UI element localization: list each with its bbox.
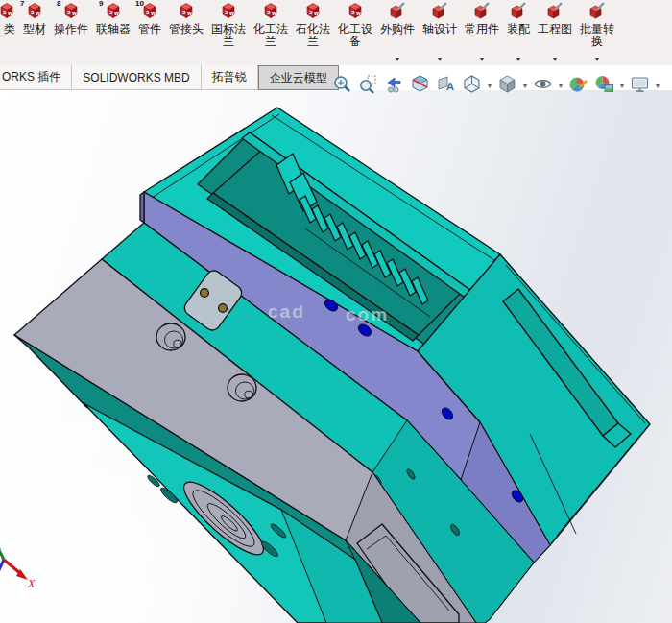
toolbar-button-chemical-flange[interactable]: S W化工法兰 [251, 0, 291, 65]
apply-scene-icon [594, 74, 614, 98]
toolbar-button-common-parts[interactable]: 常用件▼ [462, 0, 502, 65]
sw-cube-pencil-icon [431, 2, 448, 23]
sw-cube-icon: S W [220, 2, 237, 23]
toolbar-button-engineering-drawing[interactable]: 工程图▼ [535, 0, 575, 65]
svg-text:S: S [109, 10, 113, 15]
dropdown-arrow-icon[interactable]: ▼ [552, 56, 559, 65]
toolbar-button-profiles[interactable]: 7 S W型材 [20, 0, 49, 65]
screw-icon [201, 289, 209, 298]
dropdown-arrow-icon[interactable]: ▼ [437, 56, 444, 65]
toolbar-button-shaft-design[interactable]: 轴设计▼ [420, 0, 460, 65]
command-toolbar: S W类7 S W型材8 S W操作件9 S W联轴器10 S W管件 S W管… [0, 0, 672, 65]
shortcut-badge: 10 [135, 0, 144, 8]
tab-solidworks-addins[interactable]: ORKS 插件 [0, 65, 72, 89]
screw-icon [219, 304, 228, 313]
sw-cube-pencil-icon [473, 2, 491, 23]
svg-text:S: S [182, 10, 186, 15]
sw-cube-pencil-icon [389, 2, 406, 23]
3d-model[interactable]: cad com X [0, 90, 672, 623]
previous-view-icon [384, 74, 404, 98]
dropdown-arrow-icon[interactable]: ▼ [618, 83, 626, 89]
tab-enterprise-cloud-model[interactable]: 企业云模型 [258, 65, 339, 90]
toolbar-button-label: 兰 [265, 36, 276, 48]
hide-show-items-icon [533, 74, 553, 98]
gray-plate-hole [156, 323, 185, 350]
dropdown-arrow-icon[interactable]: ▼ [516, 56, 522, 65]
dropdown-arrow-icon[interactable]: ▼ [521, 83, 529, 89]
svg-text:W: W [72, 11, 77, 16]
annotation-views-button[interactable]: A [434, 74, 458, 97]
toolbar-button-label: 管接头 [169, 23, 204, 36]
svg-text:S: S [67, 10, 71, 15]
gray-plate-hole [228, 374, 256, 401]
sw-cube-icon: S W [105, 2, 122, 23]
command-tabs: ORKS 插件SOLIDWORKS MBD拓普锐企业云模型 [0, 65, 339, 90]
apply-scene-button[interactable] [592, 74, 616, 97]
toolbar-button-label: 轴设计 [422, 23, 457, 36]
toolbar-button-label: 类 [4, 23, 15, 36]
section-view-button[interactable] [408, 74, 432, 97]
dropdown-arrow-icon[interactable]: ▼ [654, 83, 661, 89]
svg-text:W: W [114, 11, 119, 16]
dropdown-arrow-icon[interactable]: ▼ [486, 83, 493, 89]
svg-text:S: S [267, 10, 271, 15]
svg-text:S: S [351, 10, 355, 15]
edit-appearance-button[interactable] [566, 74, 590, 97]
graphics-area[interactable]: cad com X [0, 90, 672, 623]
toolbar-button-label: 兰 [223, 36, 234, 48]
svg-text:W: W [36, 11, 40, 16]
toolbar-button-label: 联轴器 [96, 23, 131, 36]
toolbar-button-batch-convert[interactable]: 批量转换▼ [577, 0, 617, 65]
dropdown-arrow-icon[interactable]: ▼ [594, 56, 601, 65]
toolbar-button-petrochemical-flange[interactable]: S W石化法兰 [293, 0, 333, 65]
view-orientation-button[interactable] [460, 74, 484, 97]
sw-cube-pencil-icon [588, 2, 606, 23]
sw-cube-pencil-icon [510, 2, 527, 23]
view-settings-icon [630, 74, 650, 98]
display-style-icon [497, 74, 517, 98]
svg-text:S: S [225, 10, 228, 15]
zoom-to-area-icon [358, 74, 378, 98]
svg-text:S: S [309, 10, 313, 15]
zoom-to-fit-button[interactable] [330, 74, 354, 97]
toolbar-button-assembly[interactable]: 装配▼ [504, 0, 533, 65]
toolbar-button-clipped-item[interactable]: S W类 [0, 0, 18, 65]
heads-up-view-toolbar: A ▼ ▼ ▼ ▼ ▼ [330, 73, 661, 98]
shortcut-badge: 7 [20, 0, 24, 8]
toolbar-button-label: 换 [591, 36, 603, 48]
sw-cube-pencil-icon [546, 2, 564, 23]
view-orientation-icon [462, 74, 482, 98]
toolbar-button-purchased-parts[interactable]: 外购件▼ [377, 0, 418, 65]
svg-text:W: W [187, 11, 192, 16]
display-style-button[interactable] [495, 74, 519, 97]
watermark-text: com [346, 304, 389, 324]
toolbar-button-pipes[interactable]: 10 S W管件 [135, 0, 164, 65]
svg-text:S: S [146, 10, 150, 15]
previous-view-button[interactable] [382, 74, 406, 97]
dropdown-arrow-icon[interactable]: ▼ [479, 56, 486, 65]
dropdown-arrow-icon[interactable]: ▼ [395, 56, 401, 65]
sw-cube-icon: S W [26, 2, 43, 23]
toolbar-button-couplings[interactable]: 9 S W联轴器 [93, 0, 133, 65]
svg-text:W: W [229, 11, 234, 16]
dropdown-arrow-icon[interactable]: ▼ [557, 83, 564, 89]
zoom-to-area-button[interactable] [356, 74, 380, 97]
toolbar-button-gb-flange[interactable]: S W国标法兰 [208, 0, 249, 65]
reference-triad: X [0, 539, 36, 590]
annotation-views-icon: A [436, 74, 456, 98]
toolbar-button-chemical-equipment[interactable]: S W化工设备 [335, 0, 375, 65]
svg-text:S: S [31, 10, 35, 15]
sw-cube-icon: S W [178, 2, 195, 23]
triad-x-label: X [27, 577, 36, 590]
view-settings-button[interactable] [628, 74, 652, 97]
toolbar-button-label: 外购件 [380, 23, 415, 36]
shortcut-badge: 8 [57, 0, 60, 8]
tab-tuopurui[interactable]: 拓普锐 [202, 65, 258, 89]
svg-text:A: A [446, 81, 454, 92]
hide-show-items-button[interactable] [531, 74, 555, 97]
toolbar-button-operating-parts[interactable]: 8 S W操作件 [51, 0, 91, 65]
toolbar-button-pipe-fittings[interactable]: S W管接头 [166, 0, 206, 65]
tab-solidworks-mbd[interactable]: SOLIDWORKS MBD [72, 65, 201, 89]
watermark-text: cad [268, 301, 305, 322]
toolbar-button-label: 操作件 [54, 23, 88, 36]
